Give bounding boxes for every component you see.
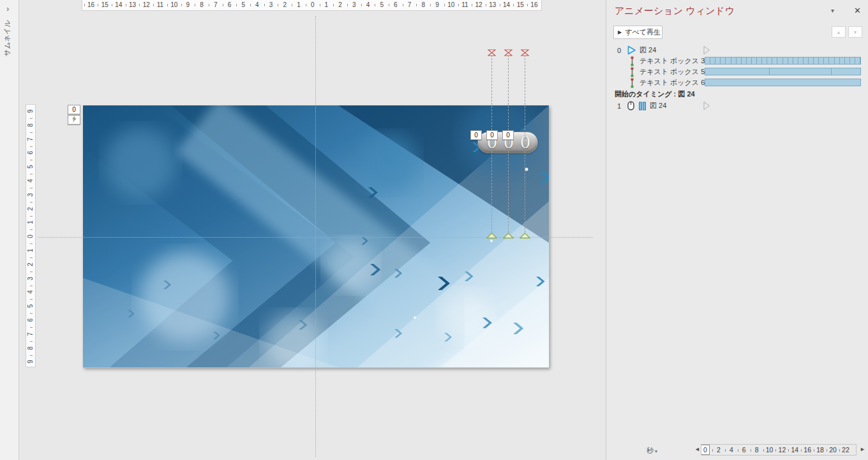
ruler-tick <box>30 286 33 286</box>
ruler-tick <box>541 4 542 6</box>
time-unit-dropdown[interactable]: 秒▾ <box>647 446 657 456</box>
animation-item[interactable]: テキスト ボックス 5: ... <box>606 66 868 77</box>
ruler-number: 0 <box>27 231 36 241</box>
ruler-tick <box>375 4 375 6</box>
animation-item-label: テキスト ボックス 5: ... <box>640 67 715 77</box>
time-tick-label: 8 <box>752 446 762 454</box>
ruler-number: 8 <box>417 1 429 8</box>
ruler-number: 3 <box>27 273 36 284</box>
scroll-left-icon[interactable]: ◄ <box>694 446 700 452</box>
ruler-number: 0 <box>307 1 318 8</box>
ruler-number: 10 <box>168 1 180 8</box>
ruler-tick <box>223 4 223 6</box>
motion-path-start-icon[interactable] <box>503 230 514 241</box>
ruler-tick <box>361 4 362 6</box>
thumbnail-sidebar[interactable]: › サムネイル <box>0 0 19 460</box>
ruler-tick <box>30 299 33 300</box>
trigger-badge[interactable] <box>68 115 80 125</box>
time-unit-label: 秒 <box>647 447 654 454</box>
ruler-tick <box>250 4 251 6</box>
ruler-tick <box>292 4 292 6</box>
motion-path-line <box>525 55 525 233</box>
ruler-number: 13 <box>127 1 138 8</box>
time-tick-label: 18 <box>815 446 825 454</box>
ruler-number: 4 <box>27 176 36 186</box>
pane-footer: 秒▾ ◄ 0246810121416182022 ► <box>606 442 868 459</box>
pane-title: アニメーション ウィンドウ <box>615 5 735 17</box>
trigger-section-header: 開始のタイミング : 図 24 <box>615 89 695 99</box>
time-tick-label: 2 <box>714 446 724 454</box>
ruler-number: 15 <box>514 1 526 8</box>
animation-number-badge[interactable]: 0 <box>470 130 482 140</box>
ruler-tick <box>513 4 514 6</box>
ruler-tick <box>167 4 168 6</box>
animation-item[interactable]: 0図 24 <box>606 45 868 56</box>
time-tick-label: 6 <box>739 446 749 454</box>
motion-path-icon <box>627 56 637 66</box>
move-earlier-button[interactable]: ▲ <box>832 26 846 38</box>
ruler-number: 9 <box>431 1 443 8</box>
motion-path-end-icon[interactable] <box>504 47 513 59</box>
time-scale[interactable]: 0246810121416182022 <box>701 444 857 456</box>
animation-item-label: テキスト ボックス 3: ... <box>640 56 715 66</box>
ruler-tick <box>527 4 528 6</box>
pane-menu-icon[interactable]: ▾ <box>831 7 834 14</box>
ruler-tick <box>416 4 417 6</box>
ruler-number: 6 <box>27 315 36 325</box>
mouse-icon <box>627 101 635 111</box>
animation-number-badge[interactable]: 0 <box>502 130 514 140</box>
ruler-tick <box>30 229 33 230</box>
ruler-tick <box>236 4 237 6</box>
time-tick <box>712 449 713 452</box>
timeline-bar[interactable] <box>705 79 861 86</box>
motion-path-start-icon[interactable] <box>520 230 530 241</box>
time-tick <box>751 449 751 452</box>
ruler-number: 7 <box>404 1 415 8</box>
time-tick <box>801 449 802 452</box>
ruler-number: 8 <box>196 1 207 8</box>
ruler-tick <box>30 132 33 133</box>
ruler-number: 15 <box>99 1 110 8</box>
ruler-tick <box>30 341 33 342</box>
animation-number-badge[interactable]: 0 <box>68 105 80 114</box>
ruler-tick <box>30 257 33 258</box>
lightning-bolt-icon <box>71 116 77 123</box>
media-play-icon <box>627 45 637 55</box>
move-later-button[interactable]: ▼ <box>848 26 862 38</box>
animation-number-badge[interactable]: 0 <box>486 130 498 140</box>
scroll-right-icon[interactable]: ► <box>860 446 865 452</box>
ruler-tick <box>278 4 278 6</box>
ruler-tick <box>486 4 486 6</box>
ruler-number: 6 <box>390 1 401 8</box>
ruler-tick <box>30 146 33 147</box>
ruler-number: 16 <box>86 1 97 8</box>
trigger-list: 1図 24 <box>606 100 868 111</box>
media-pause-icon <box>638 102 647 111</box>
animation-item[interactable]: 1図 24 <box>606 100 868 111</box>
time-tick-label: 14 <box>789 446 800 454</box>
vertical-guide[interactable] <box>315 16 316 457</box>
timeline-bar[interactable] <box>705 68 861 75</box>
close-icon[interactable]: ✕ <box>854 6 861 15</box>
ruler-tick <box>30 188 33 188</box>
motion-path-end-icon[interactable] <box>488 47 496 59</box>
motion-path-end-icon[interactable] <box>521 47 529 59</box>
ruler-number: 2 <box>334 1 346 8</box>
ruler-tick <box>430 4 431 6</box>
down-arrow-icon: ▼ <box>853 30 858 34</box>
time-tick-label: 20 <box>828 446 838 454</box>
timeline-start-arrow-icon[interactable] <box>703 101 710 113</box>
ruler-number: 3 <box>27 190 36 200</box>
animation-item[interactable]: テキスト ボックス 3: ... <box>606 56 868 66</box>
ruler-tick <box>153 4 154 6</box>
ruler-tick <box>30 313 33 314</box>
motion-path-start-icon[interactable] <box>486 230 497 241</box>
play-all-button[interactable]: ▶ すべて再生 <box>613 26 662 39</box>
play-icon: ▶ <box>618 29 622 35</box>
time-tick-label: 10 <box>765 446 775 454</box>
ruler-number: 5 <box>376 1 387 8</box>
expand-chevron-icon[interactable]: › <box>6 4 9 13</box>
timeline-bar[interactable] <box>705 57 861 65</box>
animation-item[interactable]: テキスト ボックス 6: ... <box>606 77 868 88</box>
ruler-tick <box>112 4 112 6</box>
